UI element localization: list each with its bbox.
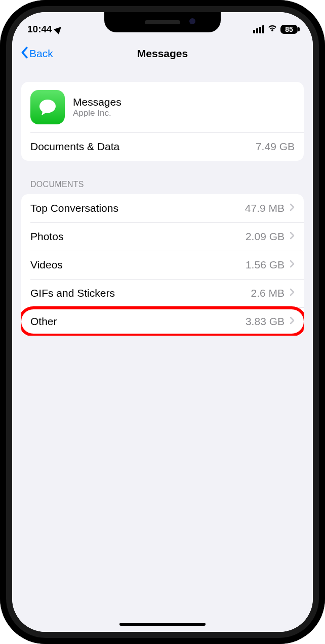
battery-icon: 85 (280, 25, 298, 34)
wifi-icon (267, 24, 277, 35)
home-indicator[interactable] (119, 623, 206, 626)
chevron-left-icon (20, 47, 28, 61)
side-button-vol-up (0, 136, 1, 177)
side-button-mute (0, 101, 1, 121)
back-label: Back (29, 48, 53, 60)
row-right: 1.56 GB (246, 259, 295, 271)
screen: 10:44 85 Back Me (12, 12, 313, 632)
back-button[interactable]: Back (20, 47, 53, 61)
app-text: Messages Apple Inc. (73, 96, 121, 118)
row-other[interactable]: Other 3.83 GB (21, 307, 304, 336)
chevron-right-icon (290, 316, 295, 327)
row-right: 47.9 MB (245, 202, 295, 214)
battery-level: 85 (285, 25, 293, 33)
side-button-vol-down (0, 187, 1, 227)
row-top-conversations[interactable]: Top Conversations 47.9 MB (21, 194, 304, 222)
row-gifs-stickers[interactable]: GIFs and Stickers 2.6 MB (21, 279, 304, 307)
row-right: 2.09 GB (246, 231, 295, 243)
row-videos[interactable]: Videos 1.56 GB (21, 251, 304, 279)
row-value: 2.6 MB (251, 287, 285, 299)
page-title: Messages (137, 48, 188, 60)
row-label: Documents & Data (30, 141, 119, 153)
row-value: 2.09 GB (246, 231, 285, 243)
row-photos[interactable]: Photos 2.09 GB (21, 222, 304, 251)
documents-data-row: Documents & Data 7.49 GB (21, 132, 304, 161)
row-right: 2.6 MB (251, 287, 295, 299)
chevron-right-icon (290, 232, 295, 242)
row-label: Photos (30, 231, 63, 243)
app-vendor: Apple Inc. (73, 108, 121, 118)
row-value: 1.56 GB (246, 259, 285, 271)
notch (104, 12, 221, 32)
row-label: GIFs and Stickers (30, 287, 115, 299)
documents-header: DOCUMENTS (30, 180, 84, 189)
row-right: 3.83 GB (246, 315, 295, 328)
row-label: Other (30, 315, 57, 328)
chevron-right-icon (290, 288, 295, 298)
phone-frame: 10:44 85 Back Me (0, 0, 325, 644)
documents-section: Top Conversations 47.9 MB Photos 2.09 GB… (21, 194, 304, 336)
app-name: Messages (73, 96, 121, 108)
row-label: Videos (30, 259, 63, 271)
chevron-right-icon (290, 260, 295, 270)
status-left: 10:44 (27, 24, 62, 35)
cellular-icon (253, 25, 264, 33)
nav-bar: Back Messages (12, 39, 313, 68)
app-info-row: Messages Apple Inc. (21, 82, 304, 132)
status-time: 10:44 (27, 24, 52, 35)
messages-app-icon (30, 90, 65, 124)
chevron-right-icon (290, 203, 295, 213)
status-right: 85 (253, 24, 298, 35)
app-section: Messages Apple Inc. Documents & Data 7.4… (21, 82, 304, 161)
location-icon (54, 24, 64, 34)
row-value: 7.49 GB (256, 141, 295, 153)
row-label: Top Conversations (30, 202, 118, 214)
content: Messages Apple Inc. Documents & Data 7.4… (12, 82, 313, 336)
row-value: 3.83 GB (246, 315, 285, 328)
row-value: 47.9 MB (245, 202, 285, 214)
